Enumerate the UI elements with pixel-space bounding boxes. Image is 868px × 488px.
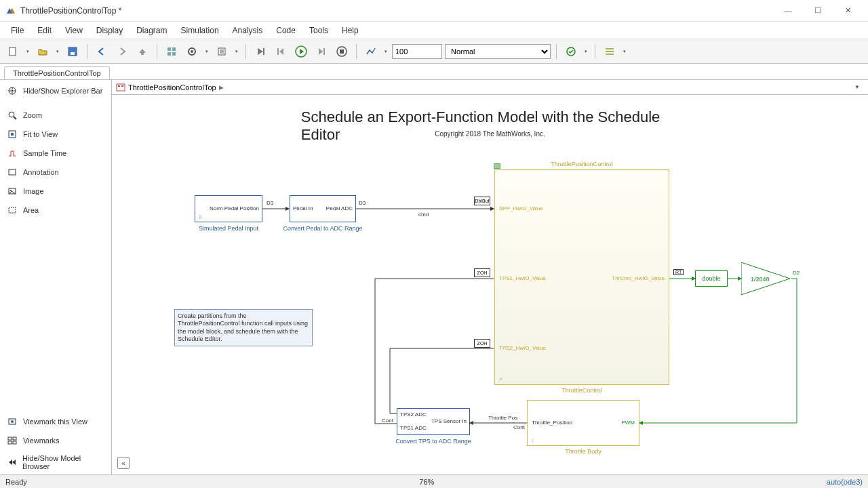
sidebar-fit[interactable]: Fit to View [0, 125, 111, 144]
tpc-footer: ThrottleControl [561, 387, 602, 394]
port-throttle-pos: Throttle Pos [488, 415, 517, 421]
svg-rect-44 [8, 441, 12, 444]
tpc-title: ThrottlePositionControl [551, 161, 613, 167]
svg-rect-24 [606, 54, 614, 55]
run-button[interactable] [292, 43, 310, 60]
canvas-fullscreen-toggle[interactable]: « [117, 457, 130, 469]
port-pwm: PWM [621, 420, 635, 426]
menu-file[interactable]: File [4, 24, 31, 37]
fast-restart-button[interactable] [252, 43, 269, 60]
sidebar-area[interactable]: Area [0, 201, 111, 220]
step-back-button[interactable] [272, 43, 290, 60]
open-button[interactable] [34, 43, 52, 60]
sidebar-zoom[interactable]: Zoom [0, 106, 111, 125]
build-button[interactable] [562, 43, 580, 60]
inspector-dropdown[interactable]: ▾ [382, 49, 389, 54]
sidebar-explorer[interactable]: Hide/Show Explorer Bar [0, 81, 111, 100]
sidebar-model-browser-label: Hide/Show Model Browser [22, 454, 104, 470]
annotation-box[interactable]: Create partitions from the ThrottlePosit… [174, 309, 313, 346]
sim-mode-select[interactable]: Normal [445, 44, 551, 59]
toolbar: ▾ ▾ ▾ ▾ ▾ Normal ▾ ▾ [0, 39, 868, 64]
step-forward-button[interactable] [313, 43, 330, 60]
rate-rt: RT [673, 269, 684, 275]
block-gain[interactable]: 1/2048 [741, 262, 793, 298]
signal-cmd: cmd [418, 211, 429, 218]
breadcrumb-chevron-icon: ▶ [219, 84, 224, 91]
close-button[interactable]: ✕ [833, 1, 863, 20]
schedule-dropdown[interactable]: ▾ [621, 49, 628, 54]
menu-display[interactable]: Display [90, 24, 130, 37]
minimize-button[interactable]: — [773, 1, 803, 20]
new-button[interactable] [4, 43, 22, 60]
menu-tools[interactable]: Tools [302, 24, 335, 37]
menu-analysis[interactable]: Analysis [226, 24, 270, 37]
port-norm-pedal: Norm Pedal Position [210, 205, 259, 211]
up-button[interactable] [134, 43, 151, 60]
sidebar-viewmarks-label: Viewmarks [23, 436, 60, 445]
image-icon [7, 186, 18, 197]
port-thrcmd-hwio: ThrCmd_HwIO_Value [612, 275, 665, 281]
rate-d2: D2 [793, 270, 800, 276]
model-tab[interactable]: ThrottlePositionControlTop [4, 66, 110, 79]
block-convert-tps[interactable]: TPS Sensor In TPS2 ADC TPS1 ADC [397, 408, 470, 435]
block-convert-pedal[interactable]: Pedal In Pedal ADC [290, 195, 356, 222]
block-double-cast[interactable]: double [695, 270, 728, 287]
svg-rect-42 [8, 437, 12, 440]
sidebar-viewmarks[interactable]: Viewmarks [0, 431, 111, 450]
sidebar-fit-label: Fit to View [23, 130, 58, 138]
config-dropdown[interactable]: ▾ [203, 49, 210, 54]
breadcrumb-root[interactable]: ThrottlePositionControlTop [128, 83, 216, 92]
sample-time-icon [7, 148, 18, 159]
rate-cont-b: Cont [513, 424, 525, 430]
svg-rect-7 [167, 52, 171, 56]
build-dropdown[interactable]: ▾ [583, 49, 589, 54]
gain-value: 1/2048 [751, 276, 770, 283]
svg-rect-36 [9, 169, 16, 175]
log-button[interactable] [213, 43, 231, 60]
sidebar-model-browser[interactable]: Hide/Show Model Browser [0, 450, 111, 474]
menu-diagram[interactable]: Diagram [130, 24, 174, 37]
forward-button[interactable] [113, 43, 131, 60]
block-simulated-pedal-input[interactable]: Norm Pedal Position ⇩ [195, 195, 262, 222]
sidebar-viewmark-this[interactable]: Viewmark this View [0, 412, 111, 431]
sidebar-image[interactable]: Image [0, 182, 111, 201]
port-tps-sensor-in: TPS Sensor In [431, 418, 467, 424]
status-solver[interactable]: auto(ode3) [827, 478, 863, 486]
svg-rect-23 [606, 51, 614, 52]
menu-view[interactable]: View [58, 24, 90, 37]
block-throttle-body[interactable]: Throttle Body Throttle_Position PWM ⇩ [527, 400, 639, 446]
viewmarks-icon [7, 435, 18, 446]
menu-edit[interactable]: Edit [31, 24, 58, 37]
save-button[interactable] [64, 43, 81, 60]
stop-button[interactable] [333, 43, 351, 60]
svg-rect-43 [13, 437, 16, 440]
fit-icon [7, 129, 18, 140]
sidebar-annotation[interactable]: Annotation [0, 163, 111, 182]
status-bar: Ready 76% auto(ode3) [0, 474, 868, 488]
block-throttle-position-control[interactable]: ThrottlePositionControl ThrottleControl … [494, 169, 669, 385]
menu-code[interactable]: Code [269, 24, 302, 37]
log-dropdown[interactable]: ▾ [233, 49, 240, 54]
svg-point-10 [191, 50, 193, 53]
svg-rect-4 [71, 52, 75, 55]
port-throttle-position: Throttle_Position [532, 420, 572, 426]
library-button[interactable] [163, 43, 180, 60]
back-button[interactable] [93, 43, 111, 60]
menu-simulation[interactable]: Simulation [174, 24, 226, 37]
sidebar-sample-time[interactable]: Sample Time [0, 144, 111, 163]
model-canvas[interactable]: Schedule an Export-Function Model with t… [112, 95, 868, 474]
svg-rect-6 [172, 47, 176, 51]
model-config-button[interactable] [183, 43, 201, 60]
new-dropdown[interactable]: ▾ [24, 49, 31, 54]
svg-rect-47 [118, 85, 120, 87]
open-dropdown[interactable]: ▾ [54, 49, 61, 54]
window-title: ThrottlePositionControlTop * [20, 6, 773, 16]
data-inspector-button[interactable] [362, 43, 380, 60]
schedule-editor-button[interactable] [601, 43, 618, 60]
breadcrumb-expand[interactable]: ▼ [854, 84, 864, 90]
maximize-button[interactable]: ☐ [803, 1, 833, 20]
svg-rect-48 [121, 85, 123, 87]
port-pedal-in: Pedal In [293, 205, 313, 211]
menu-help[interactable]: Help [335, 24, 366, 37]
stop-time-input[interactable] [392, 44, 442, 59]
